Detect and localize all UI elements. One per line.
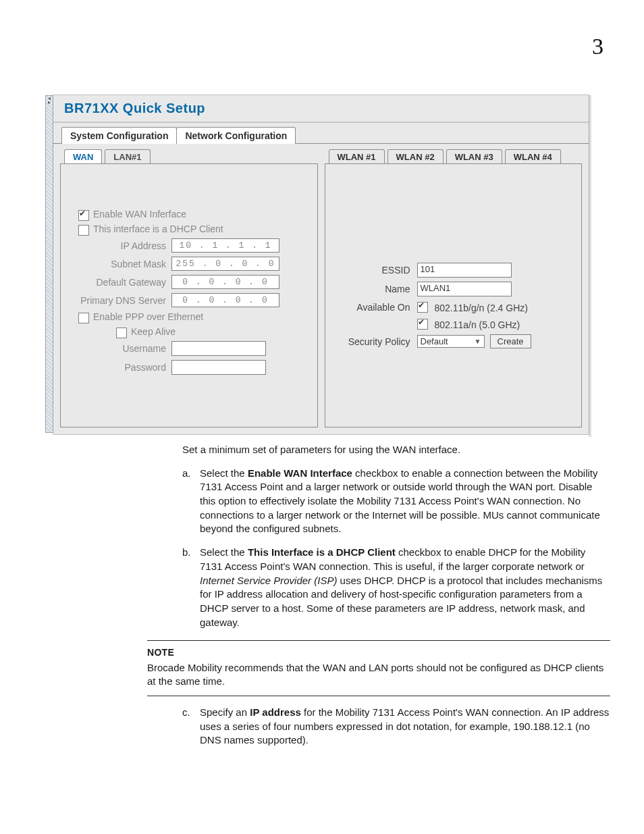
subnet-mask-input[interactable]: 255 . 0 . 0 . 0: [171, 257, 279, 271]
tab-network-configuration[interactable]: Network Configuration: [176, 127, 296, 144]
password-label: Password: [72, 362, 171, 373]
subtab-wlan3[interactable]: WLAN #3: [446, 149, 502, 164]
essid-input[interactable]: 101: [417, 263, 512, 278]
dhcp-client-checkbox[interactable]: [78, 225, 89, 236]
primary-dns-input[interactable]: 0 . 0 . 0 . 0: [171, 293, 279, 307]
chevron-down-icon: ▼: [475, 338, 481, 345]
note-label: NOTE: [147, 646, 610, 659]
list-item-a: Select the Enable WAN Interface checkbox…: [200, 467, 610, 536]
band-5ghz-checkbox[interactable]: [417, 319, 428, 330]
dhcp-client-label: This interface is a DHCP Client: [93, 224, 223, 234]
subtab-wlan1[interactable]: WLAN #1: [329, 149, 385, 164]
subtab-wlan2[interactable]: WLAN #2: [387, 149, 444, 164]
quick-setup-screenshot: ◂▸ BR71XX Quick Setup System Configurati…: [53, 95, 589, 435]
tab-system-configuration[interactable]: System Configuration: [61, 127, 177, 144]
band-24ghz-label: 802.11b/g/n (2.4 GHz): [434, 303, 528, 313]
list-marker-c: c.: [182, 706, 200, 748]
sidebar-handle[interactable]: ◂▸: [45, 95, 53, 433]
subtab-wlan4[interactable]: WLAN #4: [505, 149, 561, 164]
page-number: 3: [592, 34, 603, 59]
intro-text: Set a minimum set of parameters for usin…: [182, 443, 610, 457]
default-gateway-label: Default Gateway: [72, 277, 171, 288]
note-divider-top: [147, 640, 610, 641]
subnet-mask-label: Subnet Mask: [72, 259, 171, 269]
security-policy-label: Security Policy: [336, 336, 417, 347]
enable-wan-label: Enable WAN Inferface: [93, 209, 186, 219]
list-marker-b: b.: [182, 546, 200, 629]
ip-address-label: IP Address: [72, 240, 171, 251]
create-button[interactable]: Create: [490, 334, 531, 348]
keep-alive-checkbox[interactable]: [116, 328, 127, 338]
security-policy-select[interactable]: Default ▼: [417, 335, 485, 348]
pppoe-label: Enable PPP over Ethernet: [93, 311, 203, 322]
keep-alive-label: Keep Alive: [131, 326, 176, 337]
username-label: Username: [72, 343, 171, 354]
band-24ghz-checkbox[interactable]: [417, 302, 428, 313]
username-input[interactable]: [171, 341, 266, 356]
wlan-name-input[interactable]: WLAN1: [417, 282, 512, 296]
password-input[interactable]: [171, 360, 266, 375]
pppoe-checkbox[interactable]: [78, 313, 89, 323]
note-divider-bottom: [147, 696, 610, 696]
security-policy-value: Default: [421, 336, 448, 346]
primary-dns-label: Primary DNS Server: [72, 295, 171, 306]
list-item-b: Select the This Interface is a DHCP Clie…: [200, 546, 610, 629]
screenshot-title: BR71XX Quick Setup: [53, 95, 589, 123]
list-marker-a: a.: [182, 467, 200, 536]
note-body: Brocade Mobility recommends that the WAN…: [147, 661, 610, 689]
default-gateway-input[interactable]: 0 . 0 . 0 . 0: [171, 275, 279, 289]
subtab-lan1[interactable]: LAN#1: [105, 149, 150, 164]
subtab-wan[interactable]: WAN: [64, 149, 102, 164]
band-5ghz-label: 802.11a/n (5.0 GHz): [434, 319, 520, 330]
wlan-name-label: Name: [336, 284, 417, 294]
ip-address-input[interactable]: 10 . 1 . 1 . 1: [171, 238, 279, 253]
enable-wan-checkbox[interactable]: [78, 210, 89, 221]
available-on-label: Available On: [336, 302, 417, 313]
list-item-c: Specify an IP address for the Mobility 7…: [200, 706, 610, 748]
essid-label: ESSID: [336, 265, 417, 276]
